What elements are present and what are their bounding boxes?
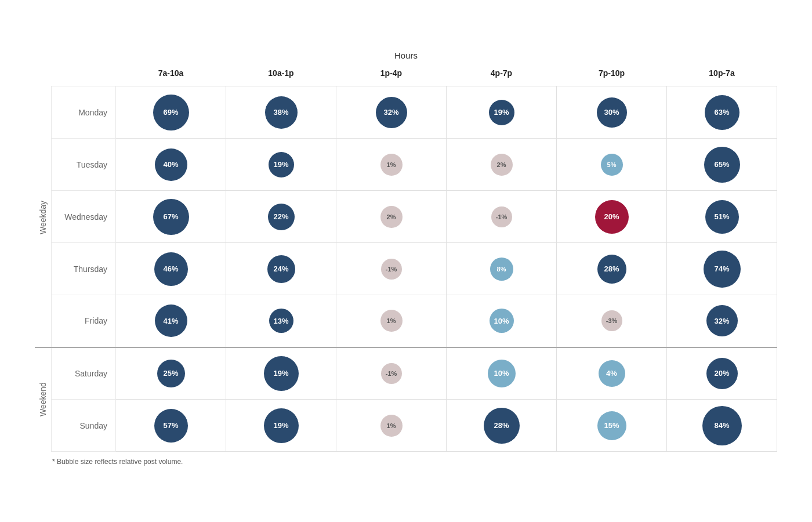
bubble: -1% bbox=[491, 206, 512, 227]
bubble-container: -1% bbox=[336, 243, 446, 295]
bubble-container: 8% bbox=[447, 243, 556, 295]
bubble: 10% bbox=[490, 309, 514, 333]
data-cell: 28% bbox=[557, 243, 667, 295]
data-cell: -1% bbox=[447, 191, 557, 243]
table-row: WeekdayMonday69%38%32%19%30%63% bbox=[35, 86, 777, 139]
bubble-container: -1% bbox=[336, 348, 446, 400]
data-cell: 2% bbox=[336, 191, 447, 243]
bubble-container: 24% bbox=[226, 243, 336, 295]
bubble-container: 46% bbox=[116, 243, 226, 295]
bubble-container: 15% bbox=[557, 400, 666, 451]
bubble: 28% bbox=[484, 408, 520, 444]
bubble: 30% bbox=[597, 97, 627, 128]
table-row: Tuesday40%19%1%2%5%65% bbox=[35, 139, 777, 191]
bubble: 67% bbox=[153, 199, 189, 235]
bubble: 69% bbox=[153, 95, 189, 130]
bubble: -1% bbox=[381, 259, 402, 280]
data-cell: 57% bbox=[116, 400, 226, 452]
bubble-container: 41% bbox=[116, 295, 226, 347]
bubble-container: 28% bbox=[557, 243, 666, 295]
bubble-container: 28% bbox=[447, 400, 556, 451]
bubble: 20% bbox=[706, 358, 738, 389]
bubble: 19% bbox=[264, 408, 299, 443]
data-cell: 40% bbox=[116, 139, 226, 191]
bubble-container: 32% bbox=[667, 295, 777, 347]
bubble-container: 13% bbox=[226, 295, 336, 347]
column-header: 10p-7a bbox=[667, 64, 777, 86]
day-label: Wednesday bbox=[51, 191, 116, 243]
bubble-container: 22% bbox=[226, 191, 336, 242]
day-label: Saturday bbox=[51, 347, 116, 400]
bubble: -1% bbox=[381, 363, 402, 384]
bubble-container: 5% bbox=[557, 139, 666, 190]
bubble-container: 2% bbox=[336, 191, 446, 242]
bubble-container: 4% bbox=[557, 348, 666, 400]
bubble: 8% bbox=[490, 258, 513, 281]
bubble: 22% bbox=[268, 204, 295, 230]
bubble: 1% bbox=[380, 415, 403, 437]
day-label: Thursday bbox=[51, 243, 116, 295]
bubble-container: 1% bbox=[336, 139, 446, 190]
bubble-container: 57% bbox=[116, 400, 226, 451]
bubble: 10% bbox=[488, 360, 516, 387]
bubble: 5% bbox=[601, 154, 623, 176]
data-cell: 20% bbox=[667, 347, 777, 400]
table-row: Wednesday67%22%2%-1%20%51% bbox=[35, 191, 777, 243]
bubble-container: 19% bbox=[447, 86, 556, 138]
bubble: 28% bbox=[597, 255, 626, 284]
data-cell: 1% bbox=[336, 295, 447, 347]
column-header: 1p-4p bbox=[336, 64, 447, 86]
bubble: 13% bbox=[269, 309, 293, 333]
bubble: 19% bbox=[264, 356, 299, 391]
bubble: 38% bbox=[265, 96, 298, 129]
data-cell: 2% bbox=[447, 139, 557, 191]
data-cell: 46% bbox=[116, 243, 226, 295]
data-cell: -3% bbox=[557, 295, 667, 347]
bubble-container: 19% bbox=[226, 139, 336, 190]
data-cell: 19% bbox=[447, 86, 557, 139]
bubble-container: -1% bbox=[447, 191, 556, 242]
day-label: Sunday bbox=[51, 400, 116, 452]
bubble-container: 63% bbox=[667, 86, 777, 138]
data-cell: 1% bbox=[336, 139, 447, 191]
bubble-container: 1% bbox=[336, 400, 446, 451]
bubble: 63% bbox=[705, 95, 740, 130]
data-cell: 22% bbox=[226, 191, 336, 243]
table-row: WeekendSaturday25%19%-1%10%4%20% bbox=[35, 347, 777, 400]
data-cell: 4% bbox=[557, 347, 667, 400]
bubble-container: 40% bbox=[116, 139, 226, 190]
bubble-container: 32% bbox=[336, 86, 446, 138]
bubble: 25% bbox=[157, 360, 185, 387]
corner-cell2 bbox=[51, 64, 116, 86]
data-cell: 41% bbox=[116, 295, 226, 347]
data-cell: 19% bbox=[226, 139, 336, 191]
data-cell: 84% bbox=[667, 400, 777, 452]
data-cell: 24% bbox=[226, 243, 336, 295]
bubble: 24% bbox=[267, 255, 295, 283]
section-label: Weekday bbox=[35, 86, 51, 347]
bubble-container: 19% bbox=[226, 348, 336, 400]
corner-cell bbox=[35, 64, 51, 86]
data-cell: 8% bbox=[447, 243, 557, 295]
data-cell: 69% bbox=[116, 86, 226, 139]
data-cell: 32% bbox=[667, 295, 777, 347]
day-label: Friday bbox=[51, 295, 116, 347]
data-cell: 13% bbox=[226, 295, 336, 347]
day-label: Monday bbox=[51, 86, 116, 139]
bubble: 65% bbox=[704, 147, 740, 183]
data-cell: 51% bbox=[667, 191, 777, 243]
bubble-container: 10% bbox=[447, 348, 556, 400]
bubble-table: 7a-10a10a-1p1p-4p4p-7p7p-10p10p-7a Weekd… bbox=[35, 64, 777, 452]
bubble-container: 2% bbox=[447, 139, 556, 190]
data-cell: 25% bbox=[116, 347, 226, 400]
data-cell: 19% bbox=[226, 347, 336, 400]
bubble-container: 25% bbox=[116, 348, 226, 400]
bubble: -3% bbox=[601, 310, 622, 331]
bubble: 15% bbox=[597, 411, 626, 440]
bubble-container: 69% bbox=[116, 86, 226, 138]
bubble: 41% bbox=[155, 304, 187, 337]
table-row: Thursday46%24%-1%8%28%74% bbox=[35, 243, 777, 295]
bubble-container: 20% bbox=[667, 348, 777, 400]
data-cell: 63% bbox=[667, 86, 777, 139]
bubble-container: 1% bbox=[336, 295, 446, 347]
